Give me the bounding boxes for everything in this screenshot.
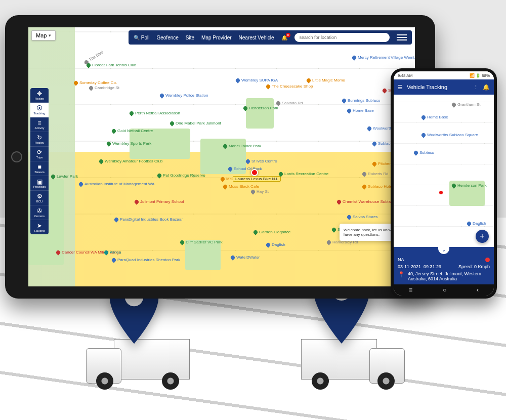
poi[interactable]: Woolworths Subiaco Square xyxy=(421,133,478,137)
nav-recent-button[interactable]: ≡ xyxy=(409,286,412,293)
poi[interactable]: Chemist Warehouse Subiaco xyxy=(337,199,395,204)
vehicle-time: 09:31:29 xyxy=(424,264,441,269)
activity-icon: ≡ xyxy=(30,119,49,127)
vehicle-marker[interactable] xyxy=(251,169,258,176)
sidebar-item-playback[interactable]: ▣Playback xyxy=(30,176,49,191)
poi[interactable]: Subiaco Hotel xyxy=(362,184,393,189)
chevron-down-icon[interactable]: ⌄ xyxy=(438,247,449,254)
location-search-input[interactable] xyxy=(294,33,390,42)
poi[interactable]: Henderson Park xyxy=(452,183,487,188)
poll-button[interactable]: 🔍 Poll xyxy=(134,35,149,40)
phone-device: 9:48 AM 📶 🔋 88% ☰ Vehicle Tracking ⋮ 🔔 H… xyxy=(391,68,497,299)
poi[interactable]: Wembley Sports Park xyxy=(107,141,151,146)
phone-nav-bar: ≡ ○ ‹ xyxy=(394,284,494,296)
poi[interactable]: Lords Recreation Centre xyxy=(279,172,328,176)
park-shape xyxy=(185,240,221,270)
poi[interactable]: Someday Coffee Co. xyxy=(74,80,117,85)
poi[interactable]: Perth Netball Association xyxy=(130,111,180,115)
poi[interactable]: Henderson Park xyxy=(243,106,278,110)
sidebar-item-stream[interactable]: ■Stream xyxy=(30,161,49,176)
ecu-icon: ⚙ xyxy=(30,193,49,200)
poi[interactable]: The Cheesecake Shop xyxy=(266,84,313,89)
vehicle-marker[interactable] xyxy=(439,191,443,194)
poi[interactable]: Salvos Stores xyxy=(347,215,377,219)
notification-badge: 8 xyxy=(286,33,290,37)
poi[interactable]: Garden Elegance xyxy=(254,230,290,234)
side-toolbar: ✥Resize ⦿Tracking ≡Activity ↻Replay ⟳Tri… xyxy=(30,88,49,234)
nearest-vehicle-button[interactable]: Nearest Vehicle xyxy=(239,35,274,40)
phone-map-canvas[interactable]: Home Base Woolworths Subiaco Square Subi… xyxy=(394,95,494,247)
vehicle-name: NA xyxy=(398,257,404,262)
status-time: 9:48 AM xyxy=(398,73,412,78)
map-type-dropdown[interactable]: Map xyxy=(31,30,56,40)
more-icon[interactable]: ⋮ xyxy=(473,84,479,91)
poi[interactable]: St Ives Centro xyxy=(246,159,277,163)
phone-header-title: Vehicle Tracking xyxy=(407,84,469,90)
map-type-label: Map xyxy=(36,32,47,38)
poi[interactable]: Daglish xyxy=(266,242,285,247)
poi[interactable]: Subiaco xyxy=(414,150,434,155)
vehicle-address: 40, Jersey Street, Jolimont, Western Aus… xyxy=(408,271,490,281)
poi[interactable]: Water2Water xyxy=(231,255,260,260)
street-label: Grantham St xyxy=(452,102,480,107)
phone-screen: 9:48 AM 📶 🔋 88% ☰ Vehicle Tracking ⋮ 🔔 H… xyxy=(394,71,494,296)
notifications-button[interactable]: 🔔 8 xyxy=(281,35,287,40)
poi[interactable]: ParaDigital Industries Book Bazaar xyxy=(114,217,183,222)
poi[interactable]: ParaQuad Industries Shenton Park xyxy=(112,258,180,262)
poi[interactable]: Cliff Sadlier VC Park xyxy=(180,240,223,244)
location-pin-icon: 📍 xyxy=(398,271,405,278)
poi[interactable]: Bunnings Subiaco xyxy=(342,98,381,103)
tablet-home-button[interactable] xyxy=(11,151,22,162)
poi[interactable]: Subiaco xyxy=(372,141,393,146)
poi[interactable]: Home Base xyxy=(421,115,448,119)
street-label: Cambridge St xyxy=(89,86,119,90)
sidebar-item-routing[interactable]: ➤Routing xyxy=(30,220,49,234)
poi[interactable]: Jolimont Primary School xyxy=(135,199,184,204)
poi[interactable]: Floreat Park Tennis Club xyxy=(87,63,136,67)
poi[interactable]: Mercy Retirement Village Wembley xyxy=(352,55,415,60)
poi[interactable]: Australian Institute of Management WA xyxy=(79,182,154,186)
plus-icon: + xyxy=(480,232,484,241)
poi[interactable]: Little Magic Momo xyxy=(307,78,345,82)
nav-back-button[interactable]: ‹ xyxy=(477,286,479,293)
poi[interactable]: Mabel Talbot Park xyxy=(223,144,261,148)
add-button[interactable]: + xyxy=(476,230,489,243)
poi[interactable]: Wembley SUPA IGA xyxy=(236,78,278,82)
poi[interactable]: Lawler Park xyxy=(51,174,78,179)
map-provider-button[interactable]: Map Provider xyxy=(201,35,231,40)
poi[interactable]: One Mabel Park Jolimont xyxy=(170,121,221,125)
poi[interactable]: Daglish xyxy=(467,221,486,226)
status-dot xyxy=(485,258,490,262)
stream-icon: ■ xyxy=(30,163,49,171)
top-toolbar: 🔍 Poll Geofence Site Map Provider Neares… xyxy=(129,30,412,45)
poi[interactable]: Wembley Police Station xyxy=(160,93,208,98)
tablet-device: Cambridge St Salvado Rd Hay St The Blvd … xyxy=(5,15,435,299)
geofence-button[interactable]: Geofence xyxy=(156,35,178,40)
park-shape xyxy=(246,98,274,129)
vehicle-info-card[interactable]: ⌄ NA 03-11-2021 09:31:29 Speed: 0 Kmph 📍… xyxy=(394,247,494,284)
sidebar-item-comms[interactable]: ✇Comms xyxy=(30,205,49,220)
sidebar-item-resize[interactable]: ✥Resize xyxy=(30,88,49,103)
nav-home-button[interactable]: ○ xyxy=(443,286,446,293)
replay-icon: ↻ xyxy=(30,134,49,141)
sidebar-item-trips[interactable]: ⟳Trips xyxy=(30,147,49,161)
vehicle-marker-label[interactable]: Laurens Lexus Bike N.I. xyxy=(233,176,281,182)
sidebar-item-ecu[interactable]: ⚙ECU xyxy=(30,191,49,205)
street-label: Hay St xyxy=(251,189,269,194)
bell-icon[interactable]: 🔔 xyxy=(483,84,490,91)
poi[interactable]: Home Base xyxy=(347,108,374,113)
sidebar-item-activity[interactable]: ≡Activity xyxy=(30,117,49,132)
poi[interactable]: Wembley Amateur Football Club xyxy=(99,159,163,163)
menu-button[interactable] xyxy=(397,34,407,40)
street-label: Salvado Rd xyxy=(276,101,303,105)
sidebar-item-replay[interactable]: ↻Replay xyxy=(30,132,49,147)
status-battery: 📶 🔋 88% xyxy=(470,73,490,78)
hamburger-icon[interactable]: ☰ xyxy=(398,84,403,91)
poi[interactable]: Moss Black Cafe xyxy=(223,184,259,189)
poi[interactable]: Gold Netball Centre xyxy=(112,129,153,133)
poi[interactable]: Alinea xyxy=(104,250,121,255)
poi[interactable]: Pat Goodridge Reserve xyxy=(157,173,205,178)
street-label: Roberts Rd xyxy=(362,172,388,176)
site-button[interactable]: Site xyxy=(186,35,194,40)
sidebar-item-tracking[interactable]: ⦿Tracking xyxy=(30,103,49,117)
